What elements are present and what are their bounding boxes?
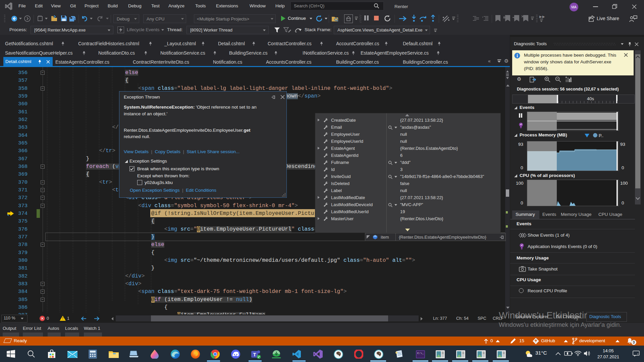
svg-text:C:\_: C:\_ (417, 352, 424, 355)
svg-text:T: T (253, 352, 256, 357)
